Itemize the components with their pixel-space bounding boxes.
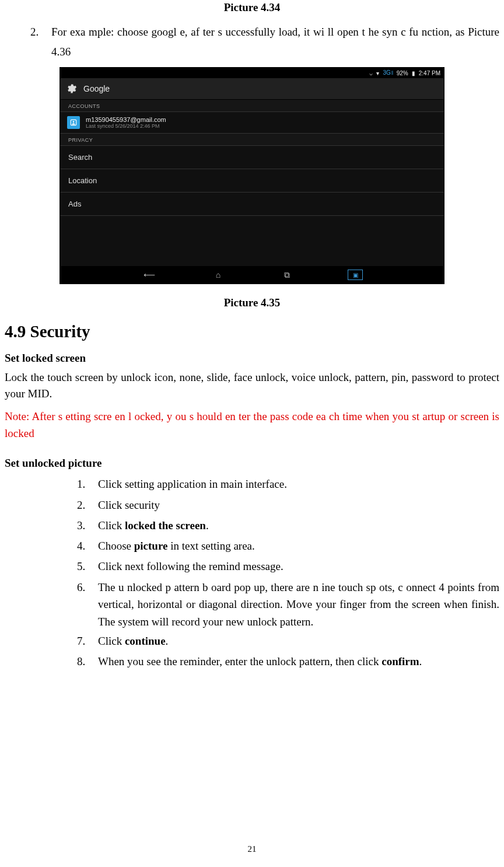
step-5: 5. Click next following the remind messa… (77, 557, 499, 576)
screen-title: Google (83, 84, 110, 93)
step-text: Click locked the screen. (98, 516, 499, 534)
recent-apps-icon: ⧉ (279, 270, 295, 280)
android-screenshot: ⌵ ▾ 3G⫴ 92% ▮ 2:47 PM Google ACCOUNTS m1… (60, 68, 444, 284)
privacy-row-location: Location (60, 169, 444, 193)
step-3: 3. Click locked the screen. (77, 516, 499, 535)
account-row: m13590455937@gmail.com Last synced 5/26/… (60, 112, 444, 134)
steps-list: 1. Click setting application in main int… (77, 474, 499, 671)
step-num: 8. (77, 652, 98, 671)
intro-list-number: 2. (30, 22, 51, 42)
paragraph-1: Lock the touch screen by unlock icon, no… (5, 369, 499, 401)
page-number: 21 (0, 844, 504, 854)
step-text: Click next following the remind message. (98, 557, 499, 575)
wifi-icon: ▾ (376, 70, 379, 76)
bluetooth-icon: ⌵ (369, 70, 373, 76)
caption-top: Picture 4.34 (5, 1, 499, 14)
privacy-row-ads: Ads (60, 193, 444, 216)
nav-bar: ⟵ ⌂ ⧉ ▣ (60, 266, 444, 284)
step-num: 7. (77, 631, 98, 651)
signal-icon: 3G⫴ (383, 69, 393, 76)
step-2: 2. Click security (77, 495, 499, 515)
step-num: 2. (77, 495, 98, 515)
caption-mid: Picture 4.35 (5, 296, 499, 309)
intro-list: 2. For exa mple: choose googl e, af ter … (30, 22, 499, 62)
intro-list-text: For exa mple: choose googl e, af ter s u… (51, 22, 499, 62)
screenshot-container: ⌵ ▾ 3G⫴ 92% ▮ 2:47 PM Google ACCOUNTS m1… (5, 68, 499, 284)
status-time: 2:47 PM (419, 70, 440, 76)
status-bar: ⌵ ▾ 3G⫴ 92% ▮ 2:47 PM (60, 68, 444, 78)
step-text: Click security (98, 495, 499, 513)
privacy-row-search: Search (60, 146, 444, 169)
section-heading: 4.9 Security (5, 322, 499, 341)
step-6: 6. The u nlocked p attern b oard pop up,… (77, 578, 499, 630)
step-num: 5. (77, 557, 98, 576)
subheading-1: Set locked screen (5, 352, 499, 365)
step-text: Click setting application in main interf… (98, 474, 499, 492)
step-text: The u nlocked p attern b oard pop up, th… (98, 578, 499, 630)
contact-icon (67, 116, 80, 129)
step-text: Click continue. (98, 631, 499, 649)
subheading-2: Set unlocked picture (5, 457, 499, 470)
privacy-section-label: PRIVACY (60, 134, 444, 146)
step-num: 3. (77, 516, 98, 535)
gear-icon (65, 82, 78, 95)
account-email: m13590455937@gmail.com (86, 116, 166, 123)
note-text: Note: After s etting scre en l ocked, y … (5, 408, 499, 442)
step-7: 7. Click continue. (77, 631, 499, 651)
step-1: 1. Click setting application in main int… (77, 474, 499, 494)
account-sync-status: Last synced 5/26/2014 2:46 PM (86, 124, 166, 130)
svg-point-1 (73, 121, 75, 123)
step-8: 8. When you see the reminder, enter the … (77, 652, 499, 671)
battery-icon: ▮ (412, 70, 415, 76)
step-4: 4. Choose picture in text setting area. (77, 536, 499, 555)
step-num: 4. (77, 536, 98, 555)
title-bar: Google (60, 78, 444, 100)
step-num: 6. (77, 578, 98, 597)
home-icon: ⌂ (210, 270, 226, 280)
accounts-section-label: ACCOUNTS (60, 100, 444, 112)
screenshot-icon: ▣ (348, 270, 363, 280)
step-num: 1. (77, 474, 98, 494)
back-icon: ⟵ (141, 270, 158, 280)
step-text: Choose picture in text setting area. (98, 536, 499, 554)
step-text: When you see the reminder, enter the unl… (98, 652, 499, 670)
battery-percent: 92% (397, 70, 408, 76)
